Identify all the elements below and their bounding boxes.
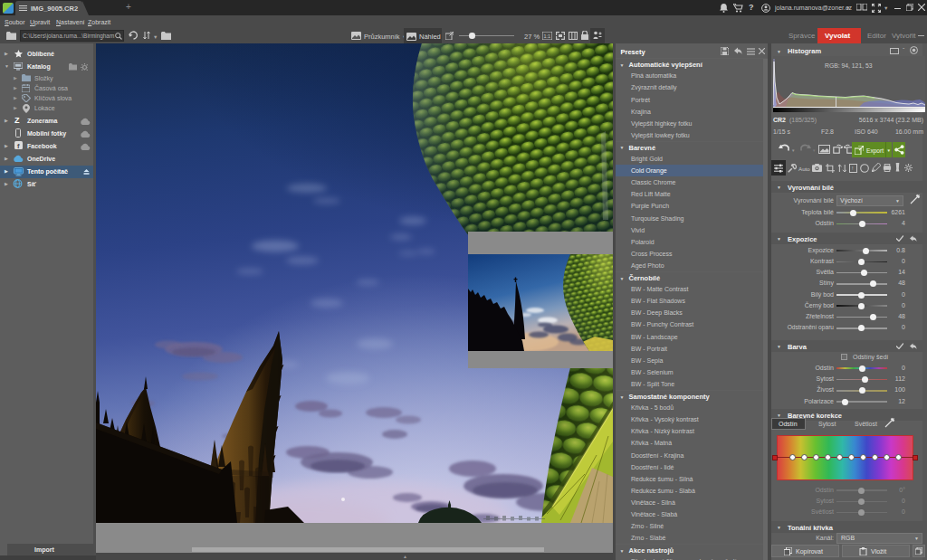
svg-text:1:1: 1:1 bbox=[544, 33, 551, 39]
